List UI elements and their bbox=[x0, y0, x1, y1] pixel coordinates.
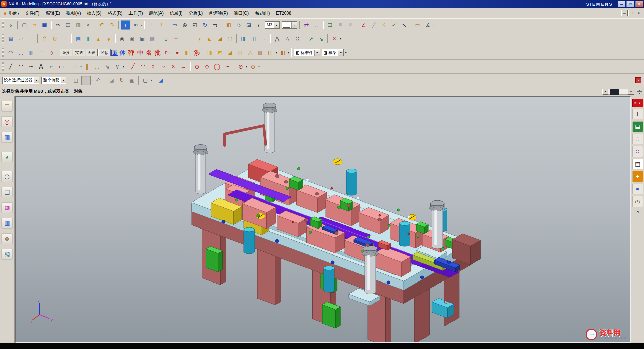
sketch-polygon-button[interactable]: ◇ bbox=[202, 62, 212, 71]
menu-information[interactable]: 信息(I) bbox=[167, 9, 185, 18]
part-navigator-button[interactable]: ▤ bbox=[632, 159, 643, 169]
menu-preferences[interactable]: 首选项(P) bbox=[206, 9, 231, 18]
scrollbar-track[interactable] bbox=[608, 89, 628, 95]
scrollbar-thumb[interactable] bbox=[610, 89, 619, 95]
hole-feature-button[interactable]: ◎ bbox=[117, 34, 127, 44]
menu-tools[interactable]: 工具(T) bbox=[125, 9, 146, 18]
sew-button[interactable]: ≈ bbox=[259, 34, 268, 44]
chevron-down-icon[interactable]: ▾ bbox=[80, 65, 82, 68]
cancel-feature-button[interactable]: × bbox=[330, 34, 339, 44]
offset-region-button[interactable]: ↘ bbox=[316, 34, 326, 44]
cut-button[interactable]: ✂ bbox=[53, 20, 63, 30]
snap-point-pair-button[interactable]: ◫ bbox=[71, 76, 81, 85]
rotate-view-button[interactable]: ↻ bbox=[200, 20, 210, 30]
new-file-button[interactable]: ▢ bbox=[20, 20, 29, 30]
scroll-left-button[interactable]: ◄ bbox=[602, 89, 608, 95]
assembly-constraints-button[interactable]: ∷ bbox=[312, 20, 321, 30]
through-curves-button[interactable]: ≅ bbox=[36, 48, 46, 57]
pattern-feature-button[interactable]: ∷ bbox=[293, 34, 302, 44]
intersection-curve-button[interactable]: ∨ bbox=[113, 62, 122, 71]
rectangle-curve-button[interactable]: ▭ bbox=[57, 62, 66, 71]
intersect-boolean-button[interactable]: ∩ bbox=[181, 34, 191, 44]
close-toolbar-button[interactable]: × bbox=[635, 77, 641, 83]
move-face-button[interactable]: ↗ bbox=[306, 34, 316, 44]
chevron-down-icon[interactable]: ▾ bbox=[433, 24, 435, 27]
extrude-button[interactable]: ⇧ bbox=[40, 34, 49, 44]
pocket-feature-button[interactable]: ▣ bbox=[138, 34, 147, 44]
menu-start[interactable]: ◆开始▾ bbox=[1, 9, 22, 18]
sphere-primitive-button[interactable]: ● bbox=[104, 34, 113, 44]
measure-angle-button[interactable]: ∡ bbox=[423, 20, 433, 30]
die-library-dropdown[interactable]: ◧ 标准件▾ bbox=[294, 49, 320, 56]
line-curve-button[interactable]: ╱ bbox=[6, 62, 16, 71]
assembly-navigator-button[interactable]: ∴ bbox=[632, 134, 643, 144]
offset-curve-button[interactable]: ∥ bbox=[82, 62, 92, 71]
window-layout-button[interactable]: ◫ bbox=[1, 101, 13, 112]
sketch-line-button[interactable]: ╱ bbox=[128, 62, 138, 71]
n-sided-surface-button[interactable]: ◇ bbox=[47, 48, 56, 57]
chevron-down-icon[interactable]: ▾ bbox=[288, 51, 289, 54]
key-accelerator-button[interactable]: K bbox=[379, 20, 389, 30]
chevron-down-icon[interactable]: ▾ bbox=[258, 65, 260, 68]
open-file-button[interactable]: ▱ bbox=[30, 20, 39, 30]
toolbar-grip[interactable] bbox=[2, 21, 4, 29]
chart-tool-button[interactable]: ▥ bbox=[1, 132, 13, 143]
information-button[interactable]: i bbox=[121, 20, 130, 30]
image-capture-button[interactable]: ▧ bbox=[1, 249, 13, 260]
reset-orientation-button[interactable]: + bbox=[146, 20, 156, 30]
datum-axis-display-button[interactable]: ╱ bbox=[369, 20, 379, 30]
spin-up-button[interactable]: ▲ bbox=[637, 89, 642, 92]
shaded-view-cube-button[interactable]: ◪ bbox=[156, 76, 166, 85]
chevron-down-icon[interactable]: ▾ bbox=[340, 37, 341, 41]
shaded-with-edges-button[interactable]: ◧ bbox=[224, 20, 233, 30]
spline-curve-button[interactable]: ~ bbox=[26, 62, 36, 71]
datum-plane-button[interactable]: ▱ bbox=[16, 34, 26, 44]
cad-model[interactable] bbox=[16, 97, 631, 342]
sketch-fillet-button[interactable]: ⌣ bbox=[158, 62, 168, 71]
rectangle-select-button[interactable]: ▢ bbox=[141, 76, 150, 85]
wave-link-button[interactable]: ⋀ bbox=[272, 34, 282, 44]
minimize-button[interactable]: — bbox=[618, 1, 625, 7]
history-palette-button[interactable]: ◷ bbox=[632, 196, 643, 207]
die-tool-2-button[interactable]: ◩ bbox=[215, 48, 225, 57]
color-spectrum-button[interactable]: ▩ bbox=[1, 202, 13, 213]
child-restore-button[interactable]: ▢ bbox=[628, 10, 635, 16]
body-tool-button[interactable]: 体 bbox=[119, 50, 127, 56]
edge-blend-button[interactable]: ◖ bbox=[195, 34, 204, 44]
mirror-feature-button[interactable]: △ bbox=[283, 34, 292, 44]
zoom-in-out-button[interactable]: ⊕ bbox=[180, 20, 189, 30]
swept-surface-button[interactable]: ◡ bbox=[16, 48, 26, 57]
report-chart-button[interactable]: ▦ bbox=[1, 218, 13, 229]
pan-view-button[interactable]: ⇆ bbox=[210, 20, 220, 30]
snap-crosshair-button[interactable]: + bbox=[81, 76, 91, 85]
select-cursor-button[interactable]: ↖ bbox=[400, 20, 409, 30]
menu-format[interactable]: 格式(R) bbox=[105, 9, 125, 18]
center-tool-button[interactable]: 中 bbox=[136, 50, 144, 56]
menu-window[interactable]: 窗口(O) bbox=[231, 9, 252, 18]
wireframe-display-button[interactable]: ◇ bbox=[234, 20, 243, 30]
sketch-ellipse-button[interactable]: ◯ bbox=[212, 62, 222, 71]
chamfer-button[interactable]: ◣ bbox=[205, 34, 214, 44]
cone-primitive-button[interactable]: ▲ bbox=[94, 34, 103, 44]
ruled-surface-button[interactable]: ▥ bbox=[26, 48, 36, 57]
fit-view-button[interactable]: ◱ bbox=[190, 20, 200, 30]
block-primitive-button[interactable]: ▧ bbox=[74, 34, 83, 44]
delete-button[interactable]: × bbox=[84, 20, 93, 30]
mian-tool-button[interactable]: 面 bbox=[111, 50, 118, 56]
unite-boolean-button[interactable]: ∪ bbox=[161, 34, 171, 44]
user-roles-button[interactable]: ☻ bbox=[1, 233, 13, 244]
quick-trim-button[interactable]: × bbox=[169, 62, 178, 71]
hammer-tool-button[interactable]: T bbox=[632, 109, 643, 119]
gold-cube-tool-button[interactable]: ◧ bbox=[183, 48, 192, 57]
revolve-button[interactable]: ↻ bbox=[50, 34, 59, 44]
face-translucent-button[interactable]: 面透 bbox=[86, 49, 98, 56]
die-tool-3-button[interactable]: ◪ bbox=[225, 48, 235, 57]
chevron-down-icon[interactable]: ▾ bbox=[276, 51, 277, 54]
name-tool-button[interactable]: 名 bbox=[145, 50, 153, 56]
child-close-button[interactable]: × bbox=[636, 10, 642, 16]
maximize-button[interactable]: □ bbox=[626, 1, 634, 7]
draft-button[interactable]: ◢ bbox=[215, 34, 225, 44]
bridge-curve-button[interactable]: ◡ bbox=[92, 62, 102, 71]
render-style-m3-dropdown[interactable]: M3▾ bbox=[265, 21, 280, 29]
quick-extend-button[interactable]: → bbox=[179, 62, 188, 71]
